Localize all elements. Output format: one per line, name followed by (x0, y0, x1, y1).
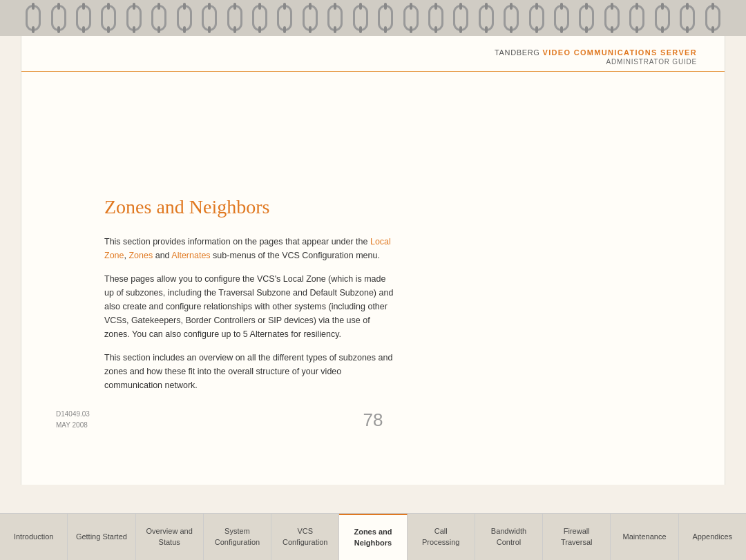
paragraph-2: These pages allow you to configure the V… (104, 272, 394, 341)
page-area: TANDBERG VIDEO COMMUNICATIONS SERVER ADM… (21, 36, 725, 485)
tab-maintenance[interactable]: Maintenance (611, 514, 678, 560)
section-title: Zones and Neighbors (104, 196, 669, 218)
spiral-ring (177, 5, 192, 31)
spiral-ring (579, 5, 594, 31)
spiral-ring (126, 5, 142, 31)
header-subtitle: ADMINISTRATOR GUIDE (49, 58, 697, 66)
tab-call-processing[interactable]: CallProcessing (408, 514, 475, 560)
spiral-ring (705, 5, 720, 31)
header-brand: TANDBERG VIDEO COMMUNICATIONS SERVER (49, 48, 697, 57)
spiral-ring (403, 5, 419, 31)
bottom-nav: Introduction Getting Started Overview an… (0, 513, 746, 560)
spiral-ring (151, 5, 166, 31)
tab-appendices[interactable]: Appendices (679, 514, 746, 560)
spiral-ring (604, 5, 620, 31)
tab-firewall-traversal[interactable]: FirewallTraversal (543, 514, 611, 560)
spiral-ring (76, 5, 91, 31)
link-zones[interactable]: Zones (128, 251, 153, 260)
doc-info: D14049.03 MAY 2008 (56, 409, 90, 431)
spiral-ring (629, 5, 644, 31)
spiral-ring (655, 5, 670, 31)
section-body: This section provides information on the… (104, 235, 669, 392)
spiral-ring (428, 5, 443, 31)
spiral-ring (252, 5, 267, 31)
spiral-ring (101, 5, 116, 31)
spiral-ring (453, 5, 468, 31)
spiral-ring (26, 5, 41, 31)
spiral-ring (353, 5, 368, 31)
tab-introduction[interactable]: Introduction (0, 514, 68, 560)
page-number: 78 (363, 409, 383, 431)
spiral-ring (680, 5, 695, 31)
tab-getting-started[interactable]: Getting Started (68, 514, 135, 560)
brand-name-highlight: VIDEO COMMUNICATIONS SERVER (543, 48, 697, 57)
spiral-ring (479, 5, 494, 31)
spiral-ring (504, 5, 519, 31)
spiral-ring (554, 5, 569, 31)
tab-bandwidth-control[interactable]: BandwidthControl (475, 514, 543, 560)
link-alternates[interactable]: Alternates (171, 251, 210, 260)
tab-zones-neighbors[interactable]: Zones andNeighbors (339, 514, 407, 560)
spiral-binding (0, 0, 746, 36)
spiral-ring (277, 5, 292, 31)
doc-number: D14049.03 (56, 409, 90, 420)
paragraph-3: This section includes an overview on all… (104, 351, 394, 392)
spiral-ring (529, 5, 544, 31)
spiral-ring (303, 5, 318, 31)
doc-date: MAY 2008 (56, 420, 90, 431)
spiral-ring (227, 5, 242, 31)
spiral-ring (378, 5, 393, 31)
page-footer: D14049.03 MAY 2008 78 (56, 409, 690, 431)
tab-system-config[interactable]: SystemConfiguration (204, 514, 271, 560)
page-header: TANDBERG VIDEO COMMUNICATIONS SERVER ADM… (21, 36, 725, 72)
tab-overview-status[interactable]: Overview andStatus (136, 514, 204, 560)
brand-name-normal: TANDBERG (495, 48, 540, 57)
page-content: Zones and Neighbors This section provide… (21, 72, 725, 429)
paragraph-1: This section provides information on the… (104, 235, 394, 262)
tab-vcs-config[interactable]: VCSConfiguration (271, 514, 339, 560)
spiral-ring (327, 5, 343, 31)
spiral-ring (51, 5, 66, 31)
spiral-ring (202, 5, 217, 31)
